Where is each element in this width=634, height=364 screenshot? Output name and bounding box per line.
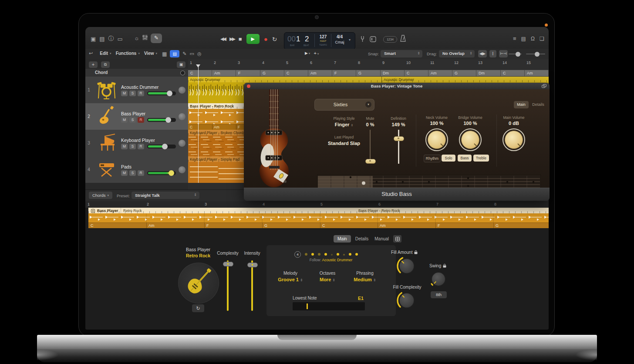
volume-slider[interactable]	[147, 145, 176, 148]
pattern-dot[interactable]	[331, 254, 333, 256]
text-tool-icon[interactable]: I	[489, 50, 496, 57]
chord-chip[interactable]: Dm	[476, 70, 501, 76]
chord-chip[interactable]: F	[332, 70, 356, 76]
pickup-solo-button[interactable]: Solo	[442, 155, 455, 162]
mixer-icon[interactable]	[142, 34, 148, 42]
melody-select[interactable]: Groove 1 ⇕	[278, 277, 303, 282]
plugin-window[interactable]: Bass Player: Vintage Tone S	[244, 83, 550, 200]
drag-dropdown[interactable]: No Overlap ⇕	[439, 50, 475, 57]
quick-help-icon[interactable]: ⓘ	[108, 35, 114, 43]
volume-knob[interactable]	[162, 144, 168, 149]
pattern-dots[interactable]	[305, 253, 358, 256]
record-button[interactable]: ●	[264, 34, 268, 44]
lowest-note-tick[interactable]	[307, 303, 308, 309]
pan-knob[interactable]	[179, 87, 185, 94]
metronome-icon[interactable]	[400, 35, 406, 44]
pattern-dot[interactable]	[355, 253, 358, 256]
rewind-button[interactable]: ◀◀	[220, 36, 225, 42]
pan-knob[interactable]	[179, 166, 185, 173]
chord-chip[interactable]: Dm	[381, 70, 405, 76]
apple-loops-icon[interactable]: Ω	[531, 36, 535, 42]
fill-complexity-knob[interactable]	[396, 290, 418, 311]
bar-ruler[interactable]	[188, 59, 549, 70]
preset-dropdown[interactable]: Straight Talk ⇕	[132, 192, 199, 199]
playhead-marker[interactable]	[196, 64, 200, 67]
automation-pen-icon[interactable]: ✎	[182, 51, 186, 57]
neck-volume-knob[interactable]	[425, 128, 449, 152]
volume-slider[interactable]	[147, 91, 176, 95]
pattern-dot[interactable]	[324, 253, 327, 256]
volume-knob[interactable]	[165, 117, 171, 123]
list-editors-icon[interactable]: ≡	[513, 35, 516, 42]
chord-chip[interactable]: Am	[525, 70, 549, 76]
editors-pencil-button[interactable]: ✎	[151, 34, 162, 43]
view-menu[interactable]: View	[144, 51, 154, 56]
chord-track-power-icon[interactable]	[180, 71, 185, 75]
chord-chip[interactable]: C	[284, 70, 308, 76]
follow-line[interactable]: Follow: Acoustic Drummer	[310, 258, 353, 262]
record-arm-button[interactable]: R	[138, 170, 144, 176]
solo-button[interactable]: S	[129, 144, 136, 149]
pointer-tool-menu[interactable]: ▶ ▾	[305, 51, 310, 55]
chord-chip[interactable]: Am	[212, 70, 236, 76]
mute-button[interactable]: M	[121, 170, 128, 176]
pattern-dot[interactable]	[318, 253, 320, 256]
add-track-button[interactable]: +	[89, 61, 98, 68]
fretboard[interactable]	[317, 175, 541, 188]
plugin-tab-details[interactable]: Details	[530, 101, 546, 108]
main-volume-knob[interactable]	[502, 128, 526, 152]
library-icon[interactable]: ▣	[91, 36, 96, 42]
tab-details[interactable]: Details	[354, 235, 371, 243]
swing-knob[interactable]	[428, 269, 449, 289]
pickup-rhythm-button[interactable]: Rhythm	[424, 155, 441, 162]
browsers-icon[interactable]: ❏	[540, 36, 544, 42]
plugin-preset-dropdown[interactable]: Sixties ▾	[314, 99, 374, 111]
tab-manual[interactable]: Manual	[373, 235, 391, 243]
intensity-slider[interactable]	[251, 260, 253, 311]
editor-grid-button[interactable]	[393, 235, 401, 243]
chord-global-track[interactable]: Chord	[85, 69, 188, 77]
grid-view-icon[interactable]: ▦	[162, 51, 167, 57]
inspector-icon[interactable]: ▤	[99, 36, 105, 42]
complexity-handle[interactable]	[223, 262, 233, 266]
swing-lock-icon[interactable]	[443, 264, 446, 268]
chords-track-button[interactable]: Chords ▾	[89, 192, 112, 199]
catch-playhead-icon[interactable]: ◎	[197, 51, 202, 57]
volume-slider[interactable]	[147, 118, 176, 122]
region-loop-icon[interactable]	[91, 209, 95, 213]
note-pads-icon[interactable]: ▤	[521, 36, 526, 42]
command-tool-menu[interactable]: + ▾	[314, 51, 319, 56]
record-arm-button[interactable]: R	[138, 91, 144, 96]
mute-slider-handle[interactable]	[365, 159, 376, 164]
forward-button[interactable]: ▶▶	[229, 36, 234, 42]
phrasing-select[interactable]: Medium ⇕	[354, 277, 376, 282]
plugin-tab-main[interactable]: Main	[514, 101, 529, 108]
solo-button[interactable]: S	[129, 117, 136, 123]
snap-dropdown[interactable]: Smart ⇕	[381, 50, 422, 57]
vertical-zoom-slider[interactable]	[509, 54, 522, 54]
lcd-chevron-icon[interactable]: ▾	[349, 38, 351, 42]
functions-menu[interactable]: Functions	[116, 51, 137, 56]
pattern-dot[interactable]	[349, 253, 351, 256]
play-button[interactable]: ▶	[246, 34, 260, 44]
horizontal-zoom-knob[interactable]	[535, 52, 540, 57]
intensity-handle[interactable]	[247, 263, 258, 267]
mute-button[interactable]: M	[121, 91, 128, 96]
chord-chip[interactable]: G	[356, 70, 381, 76]
chord-chip[interactable]: C	[188, 70, 212, 76]
marquee-icon[interactable]: ▭	[190, 51, 194, 57]
lowest-note-slider[interactable]	[293, 302, 365, 310]
fill-amount-knob[interactable]	[396, 255, 418, 277]
edit-menu[interactable]: Edit	[100, 51, 108, 56]
beat-count-badge[interactable]: 1234	[383, 36, 397, 43]
tone-treble-button[interactable]: Treble	[473, 155, 489, 162]
collapse-icon[interactable]: ⊢⊣	[499, 50, 508, 57]
volume-knob[interactable]	[169, 170, 174, 176]
tone-bass-button[interactable]: Bass	[458, 155, 472, 162]
chord-chip[interactable]: G	[452, 70, 476, 76]
chord-chip[interactable]: C	[501, 70, 525, 76]
record-arm-button[interactable]: R	[138, 117, 144, 123]
waveform-zoom-icon[interactable]: ◀▶	[478, 50, 487, 57]
link-icon[interactable]	[542, 84, 546, 88]
track-header-options-button[interactable]: ▣	[177, 61, 185, 68]
